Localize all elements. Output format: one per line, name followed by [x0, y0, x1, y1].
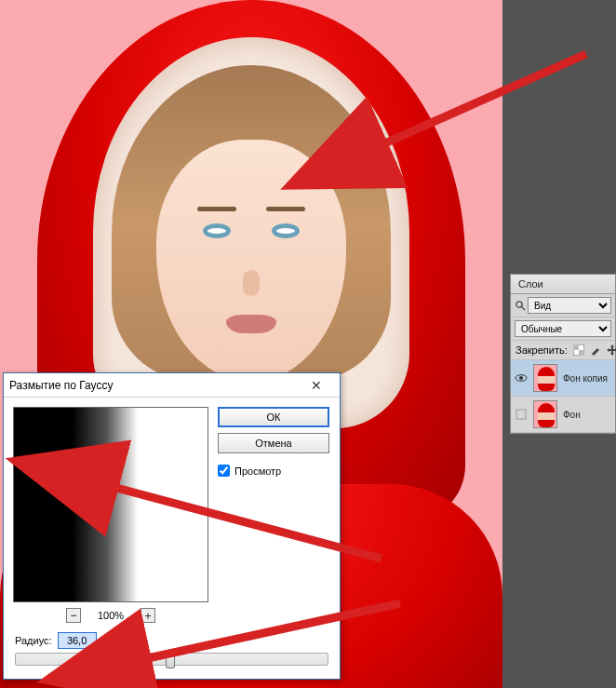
minus-icon: −	[70, 610, 76, 621]
zoom-value: 100%	[98, 610, 124, 621]
layers-panel-tab[interactable]: Слои	[511, 275, 615, 294]
svg-rect-7	[516, 410, 526, 419]
layer-thumbnail[interactable]	[533, 400, 557, 428]
checker-icon[interactable]	[572, 344, 585, 357]
radius-unit: Пикселы	[102, 635, 144, 646]
move-icon[interactable]	[606, 344, 616, 357]
filter-preview[interactable]	[13, 407, 208, 602]
layer-name: Фон	[563, 410, 581, 420]
svg-point-0	[516, 302, 522, 307]
cancel-button[interactable]: Отмена	[218, 433, 329, 453]
layers-panel: Слои Вид Обычные Закрепить: Фон копия Фо…	[510, 274, 616, 434]
blend-mode-select[interactable]: Обычные	[515, 320, 611, 337]
svg-rect-3	[573, 344, 579, 350]
svg-rect-4	[579, 350, 584, 356]
layer-name: Фон копия	[563, 373, 608, 384]
lock-row: Закрепить:	[511, 341, 615, 360]
brush-icon[interactable]	[589, 344, 602, 357]
layer-thumbnail[interactable]	[533, 364, 557, 392]
layer-item[interactable]: Фон	[511, 397, 615, 433]
close-button[interactable]: ✕	[299, 374, 334, 397]
gaussian-blur-dialog: Размытие по Гауссу ✕ − 100% ＋ ОК Отмена …	[3, 372, 341, 680]
zoom-in-button[interactable]: ＋	[141, 608, 155, 623]
eye-icon[interactable]	[515, 371, 528, 384]
zoom-out-button[interactable]: −	[66, 608, 81, 623]
radius-label: Радиус:	[15, 635, 52, 646]
preview-checkbox-row[interactable]: Просмотр	[218, 465, 329, 477]
dialog-titlebar[interactable]: Размытие по Гауссу ✕	[4, 373, 340, 398]
layer-filter-kind[interactable]: Вид	[528, 297, 611, 314]
plus-icon: ＋	[142, 610, 154, 621]
svg-point-6	[519, 376, 523, 380]
visibility-toggle-off[interactable]	[515, 408, 528, 421]
preview-checkbox[interactable]	[218, 465, 230, 477]
preview-checkbox-label: Просмотр	[234, 465, 281, 477]
lock-label: Закрепить:	[516, 344, 568, 356]
radius-input[interactable]	[58, 632, 97, 649]
layer-item[interactable]: Фон копия	[511, 360, 615, 397]
search-icon	[515, 300, 526, 311]
radius-slider[interactable]	[15, 653, 328, 666]
slider-thumb[interactable]	[166, 652, 175, 668]
ok-button[interactable]: ОК	[218, 407, 329, 427]
dialog-title: Размытие по Гауссу	[9, 379, 299, 392]
svg-line-1	[522, 307, 525, 310]
close-icon: ✕	[311, 378, 322, 393]
